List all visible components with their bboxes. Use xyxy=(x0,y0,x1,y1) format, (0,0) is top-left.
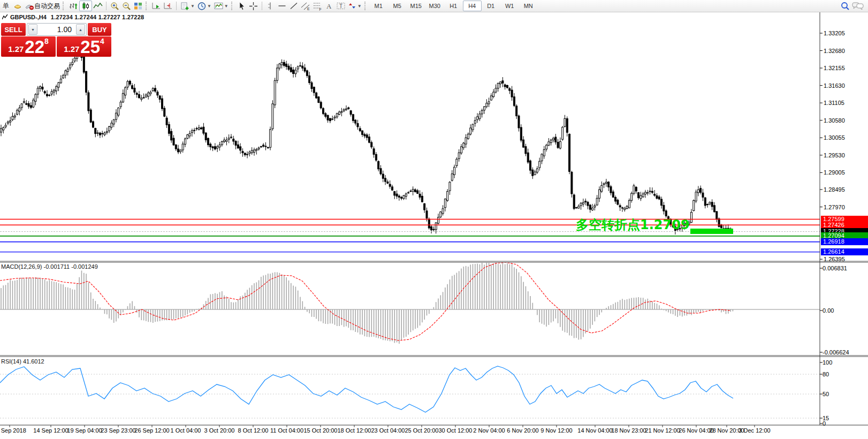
text-tool-button[interactable]: A xyxy=(323,1,335,11)
chart-shift-button[interactable] xyxy=(162,1,174,11)
time-axis-label: 6 Nov 20:00 xyxy=(507,427,538,434)
ohlc-values: 1.27234 1.27244 1.27227 1.27228 xyxy=(51,14,144,20)
buy-price-box[interactable]: 1.27 25 4 xyxy=(57,36,111,57)
hlines-layer xyxy=(0,220,820,252)
buy-price-sup: 4 xyxy=(100,37,104,46)
rsi-axis-tick: 100 xyxy=(823,359,832,366)
rsi-axis-tick: 80 xyxy=(823,371,829,377)
order-button[interactable]: 单 xyxy=(0,1,12,11)
chevron-down-icon: ▼ xyxy=(191,4,195,9)
timeframe-button-M5[interactable]: M5 xyxy=(388,1,407,11)
text-label-tool-button[interactable]: T xyxy=(335,1,347,11)
toolbar: 单 自动交易 ▼ ▼ ▼ xyxy=(0,0,868,12)
chart-canvas[interactable] xyxy=(0,0,868,439)
price-tag: 1.26918 xyxy=(821,238,868,245)
time-axis-label: 14 Nov 04:00 xyxy=(577,427,612,434)
search-icon[interactable] xyxy=(839,1,851,11)
svg-text:T: T xyxy=(339,3,342,9)
chevron-down-icon: ▼ xyxy=(207,4,211,9)
symbol-info: GBPUSD-,H4 1.27234 1.27244 1.27227 1.272… xyxy=(2,14,144,20)
profiles-button[interactable]: ▼ xyxy=(196,1,212,11)
crosshair-tool-button[interactable] xyxy=(248,1,260,11)
chat-icon[interactable] xyxy=(851,1,865,11)
auto-trading-button[interactable]: 自动交易 xyxy=(24,1,61,11)
time-axis-label: 3 Dec 12:00 xyxy=(738,427,770,434)
price-axis-tick: 1.27970 xyxy=(824,204,845,210)
svg-text:F: F xyxy=(319,7,321,11)
time-axis-label: 25 Oct 20:00 xyxy=(405,427,439,434)
time-axis-label: 1 Oct 04:00 xyxy=(171,427,201,434)
buy-price-big: 25 xyxy=(80,39,100,55)
bar-chart-button[interactable] xyxy=(67,1,79,11)
new-order-icon[interactable] xyxy=(12,1,24,11)
candlestick-chart-button[interactable] xyxy=(79,1,92,11)
timeframe-button-H1[interactable]: H1 xyxy=(444,1,463,11)
macd-axis-tick: 0.00 xyxy=(823,307,834,314)
one-click-trading-panel: SELL ▼ 1.00 ▲ BUY 1.27 22 8 1.27 25 4 xyxy=(1,23,111,57)
time-axis-label: 8 Oct 12:00 xyxy=(238,427,269,434)
time-axis-label: 19 Sep 04:00 xyxy=(67,427,102,434)
horizontal-line-tool-button[interactable] xyxy=(276,1,288,11)
price-axis-tick: 1.31630 xyxy=(824,82,845,89)
auto-scroll-button[interactable] xyxy=(150,1,162,11)
timeframe-button-H4[interactable]: H4 xyxy=(463,1,482,11)
chart-window[interactable]: GBPUSD-,H4 1.27234 1.27244 1.27227 1.272… xyxy=(0,0,868,439)
time-axis-label: 9 Nov 12:00 xyxy=(540,427,572,434)
macd-axis-tick: 0.006831 xyxy=(823,265,847,271)
price-axis-tick: 1.31105 xyxy=(824,100,844,106)
volume-decrease-button[interactable]: ▼ xyxy=(28,24,37,35)
auto-trading-icon xyxy=(25,2,34,10)
time-axis-label: 18 Nov 23:00 xyxy=(611,427,646,434)
auto-trading-label: 自动交易 xyxy=(34,2,60,11)
buy-price-small: 1.27 xyxy=(64,44,79,54)
zoom-out-button[interactable] xyxy=(120,1,132,11)
price-axis-tick: 1.28495 xyxy=(824,186,845,193)
time-axis-label: 26 Nov 04:00 xyxy=(679,427,713,434)
zoom-in-button[interactable] xyxy=(109,1,120,11)
arrows-tool-button[interactable]: ▼ xyxy=(347,1,363,11)
rsi-axis-tick: 0 xyxy=(823,420,826,427)
time-axis-label: 23 Sep 23:00 xyxy=(101,427,135,434)
timeframe-button-M30[interactable]: M30 xyxy=(425,1,444,11)
vertical-line-tool-button[interactable] xyxy=(264,1,276,11)
chevron-down-icon: ▼ xyxy=(224,4,229,9)
time-axis-label: 23 Oct 04:00 xyxy=(371,427,405,434)
cursor-tool-button[interactable] xyxy=(236,1,248,11)
macd-label: MACD(12,26,9) -0.001711 -0.001249 xyxy=(1,263,98,270)
time-axis-label: 18 Oct 12:00 xyxy=(338,427,371,434)
timeframe-button-M1[interactable]: M1 xyxy=(369,1,388,11)
line-chart-button[interactable] xyxy=(92,1,104,11)
price-axis-tick: 1.29530 xyxy=(824,152,845,158)
trendline-tool-button[interactable] xyxy=(288,1,300,11)
price-tag: 1.27426 xyxy=(821,222,868,229)
rsi-label: RSI(14) 41.6012 xyxy=(1,358,44,365)
buy-button[interactable]: BUY xyxy=(88,23,111,36)
chevron-down-icon: ▼ xyxy=(357,4,362,9)
time-axis-label: 14 Sep 12:00 xyxy=(33,427,68,434)
price-axis-tick: 1.26395 xyxy=(824,256,845,262)
chart-annotation-text: 多空转折点1.2709 xyxy=(576,216,690,233)
timeframe-button-MN[interactable]: MN xyxy=(519,1,538,11)
time-axis-label: 2 Nov 04:00 xyxy=(473,427,505,434)
sell-button[interactable]: SELL xyxy=(1,23,26,36)
sell-price-box[interactable]: 1.27 22 8 xyxy=(1,36,56,57)
time-axis-label: 11 Sep 2018 xyxy=(0,427,26,434)
indicators-button[interactable]: ▼ xyxy=(212,1,230,11)
price-axis-tick: 1.30055 xyxy=(824,134,845,141)
timeframe-button-M15[interactable]: M15 xyxy=(407,1,425,11)
candles-layer xyxy=(1,51,732,234)
volume-spinner[interactable]: ▼ 1.00 ▲ xyxy=(27,23,87,36)
price-axis-tick: 1.32680 xyxy=(824,48,845,54)
timeframe-button-D1[interactable]: D1 xyxy=(482,1,500,11)
new-chart-button[interactable]: ▼ xyxy=(179,1,196,11)
symbol-title: GBPUSD-,H4 xyxy=(10,14,47,20)
equidistant-channel-tool-button[interactable]: E xyxy=(300,1,311,11)
macd-axis-tick: -0.006624 xyxy=(823,349,849,355)
fibonacci-tool-button[interactable]: F xyxy=(311,1,323,11)
volume-increase-button[interactable]: ▲ xyxy=(76,24,85,35)
time-axis-label: 30 Oct 12:00 xyxy=(439,427,473,434)
sell-price-sup: 8 xyxy=(44,37,49,46)
volume-value[interactable]: 1.00 xyxy=(37,25,76,34)
tile-windows-button[interactable] xyxy=(132,1,144,11)
timeframe-button-W1[interactable]: W1 xyxy=(500,1,519,11)
